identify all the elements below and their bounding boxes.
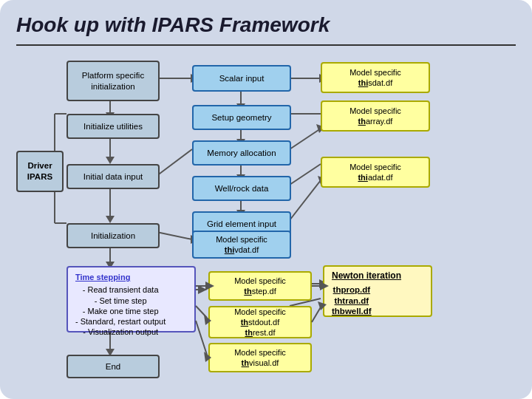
svg-line-18 <box>290 180 321 220</box>
time-step-title: Time stepping <box>75 272 130 282</box>
scalar-box: Scalar input <box>192 65 291 92</box>
thiadat-box: Model specific thiadat.df <box>321 157 430 188</box>
diagram: Driver IPARS Platform specific initializ… <box>16 55 519 372</box>
svg-line-11 <box>290 129 321 149</box>
thivdat-box: Model specific thivdat.df <box>192 231 291 259</box>
svg-line-25 <box>157 232 192 239</box>
thstep-box: Model specific thstep.df <box>208 271 312 301</box>
newton-box: Newton iteration thprop.df thtran.df thb… <box>323 265 432 317</box>
svg-marker-24 <box>106 216 115 223</box>
initial-data-box: Initial data input <box>66 164 160 189</box>
memory-box: Memory allocation <box>192 140 291 166</box>
thisdat-box: Model specific thisdat.df <box>321 62 430 93</box>
driver-box: Driver IPARS <box>16 151 64 192</box>
thvisual-box: Model specific thvisual.df <box>208 343 312 372</box>
svg-line-48 <box>312 306 321 322</box>
svg-line-22 <box>157 149 192 176</box>
page-title: Hook up with IPARS Framework <box>16 13 516 37</box>
svg-line-42 <box>196 306 207 318</box>
platform-box: Platform specific initialization <box>66 61 160 101</box>
initialize-box: Initialize utilities <box>66 114 160 139</box>
thstdout-box: Model specific thstdout.df threst.df <box>208 306 312 338</box>
newton-title: Newton iteration <box>332 270 401 282</box>
well-box: Well/rock data <box>192 176 291 201</box>
end-box: End <box>66 355 160 378</box>
svg-marker-30 <box>198 285 207 294</box>
svg-marker-21 <box>106 157 115 164</box>
initialization-box: Initialization <box>66 223 160 248</box>
slide: Hook up with IPARS Framework <box>0 0 532 399</box>
svg-line-15 <box>290 164 321 185</box>
title-divider <box>16 44 516 46</box>
setup-box: Setup geometry <box>192 105 291 130</box>
time-step-box: Time stepping - Read transient data - Se… <box>66 266 196 332</box>
newton-body: thprop.df thtran.df thbwell.df <box>332 284 372 318</box>
svg-line-44 <box>196 321 207 355</box>
tharray-box: Model specific tharray.df <box>321 100 430 132</box>
time-step-body: - Read transient data - Set time step - … <box>75 284 166 337</box>
